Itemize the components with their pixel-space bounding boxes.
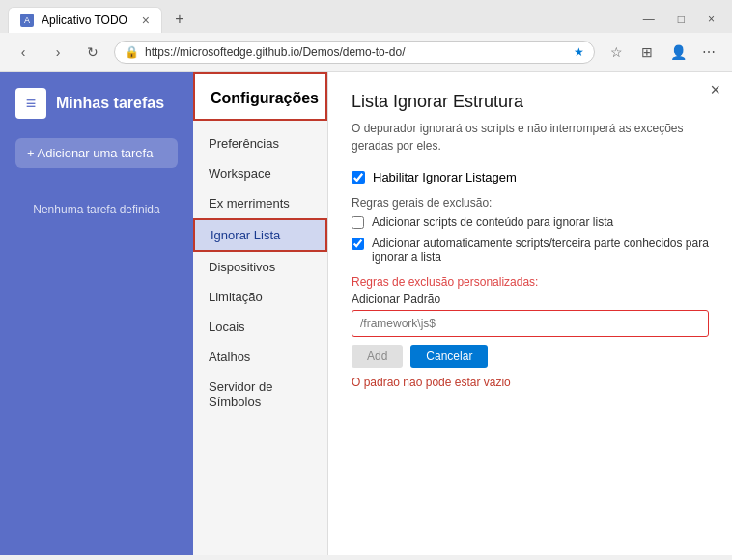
browser-actions: ☆ ⊞ 👤 ⋯ <box>603 39 722 66</box>
add-task-button[interactable]: + Adicionar uma tarefa <box>15 138 178 168</box>
settings-overlay: Configurações Preferências Workspace Ex … <box>193 72 732 555</box>
star-icon[interactable]: ★ <box>574 45 584 59</box>
menu-item-ignorar-lista[interactable]: Ignorar Lista <box>193 218 327 252</box>
no-task-text: Nenhuma tarefa definida <box>15 203 178 216</box>
collections-button[interactable]: ⊞ <box>633 39 661 66</box>
settings-nav: Configurações Preferências Workspace Ex … <box>193 72 328 555</box>
error-text: O padrão não pode estar vazio <box>352 376 709 389</box>
app-content: ≡ Minhas tarefas + Adicionar uma tarefa … <box>0 72 732 555</box>
tab-bar: A Aplicativo TODO × + — □ × <box>0 0 732 33</box>
close-button[interactable]: × <box>702 11 720 28</box>
app-sidebar: ≡ Minhas tarefas + Adicionar uma tarefa … <box>0 72 193 555</box>
add-task-label: + Adicionar uma tarefa <box>27 146 153 160</box>
general-rules-label: Regras gerais de exclusão: <box>352 196 709 210</box>
settings-header: Configurações <box>193 72 327 121</box>
custom-rules-label: Regras de exclusão personalizadas: <box>352 275 709 289</box>
profile-button[interactable]: 👤 <box>664 39 691 66</box>
app-icon: ≡ <box>15 88 46 119</box>
maximize-button[interactable]: □ <box>672 11 690 28</box>
settings-content: × Lista Ignorar Estrutura O depurador ig… <box>328 72 732 555</box>
rule1-label: Adicionar scripts de conteúdo para ignor… <box>372 215 613 229</box>
rule2-label: Adicionar automaticamente scripts/tercei… <box>372 237 709 264</box>
window-controls: — □ × <box>637 11 724 28</box>
exclusion-rules: Regras gerais de exclusão: Adicionar scr… <box>352 196 709 264</box>
menu-item-limitacao[interactable]: Limitação <box>193 282 327 312</box>
new-tab-button[interactable]: + <box>166 6 193 33</box>
menu-item-servidor-simbolos[interactable]: Servidor de Símbolos <box>193 372 327 416</box>
enable-checkbox-row: Habilitar Ignorar Listagem <box>352 170 709 184</box>
panel-title: Lista Ignorar Estrutura <box>352 92 709 112</box>
pattern-buttons: Add Cancelar <box>352 345 709 368</box>
menu-item-locais[interactable]: Locais <box>193 312 327 342</box>
more-button[interactable]: ⋯ <box>695 39 722 66</box>
favorites-button[interactable]: ☆ <box>603 39 630 66</box>
settings-title: Configurações <box>211 90 319 106</box>
rule2-row: Adicionar automaticamente scripts/tercei… <box>352 237 709 264</box>
browser-tab[interactable]: A Aplicativo TODO × <box>8 7 162 33</box>
add-pattern-label: Adicionar Padrão <box>352 293 709 306</box>
rule1-checkbox[interactable] <box>352 216 364 229</box>
enable-checkbox[interactable] <box>352 171 365 184</box>
address-text: https://microsoftedge.github.io/Demos/de… <box>145 45 568 59</box>
settings-close-button[interactable]: × <box>710 80 720 100</box>
tab-close-button[interactable]: × <box>142 14 150 27</box>
menu-item-workspace[interactable]: Workspace <box>193 158 327 188</box>
menu-item-atalhos[interactable]: Atalhos <box>193 342 327 372</box>
tab-favicon: A <box>20 14 34 27</box>
address-box[interactable]: 🔒 https://microsoftedge.github.io/Demos/… <box>114 41 595 64</box>
app-icon-glyph: ≡ <box>26 94 37 114</box>
settings-menu: Preferências Workspace Ex merriments Ign… <box>193 121 327 424</box>
address-bar-row: ‹ › ↻ 🔒 https://microsoftedge.github.io/… <box>0 33 732 71</box>
tab-title: Aplicativo TODO <box>42 14 134 27</box>
back-button[interactable]: ‹ <box>10 39 37 66</box>
enable-label: Habilitar Ignorar Listagem <box>373 170 517 184</box>
forward-button[interactable]: › <box>44 39 71 66</box>
app-header: ≡ Minhas tarefas <box>15 88 178 119</box>
pattern-input[interactable] <box>352 310 709 337</box>
browser-chrome: A Aplicativo TODO × + — □ × ‹ › ↻ 🔒 http… <box>0 0 732 72</box>
panel-description: O depurador ignorará os scripts e não in… <box>352 120 709 154</box>
add-button[interactable]: Add <box>352 345 403 368</box>
cancel-button[interactable]: Cancelar <box>410 345 488 368</box>
menu-item-experimentos[interactable]: Ex merriments <box>193 188 327 218</box>
menu-item-preferencias[interactable]: Preferências <box>193 128 327 158</box>
rule2-checkbox[interactable] <box>352 238 364 250</box>
lock-icon: 🔒 <box>125 45 139 59</box>
refresh-button[interactable]: ↻ <box>79 39 106 66</box>
minimize-button[interactable]: — <box>637 11 661 28</box>
rule1-row: Adicionar scripts de conteúdo para ignor… <box>352 215 709 229</box>
app-title: Minhas tarefas <box>56 95 164 112</box>
menu-item-dispositivos[interactable]: Dispositivos <box>193 252 327 282</box>
